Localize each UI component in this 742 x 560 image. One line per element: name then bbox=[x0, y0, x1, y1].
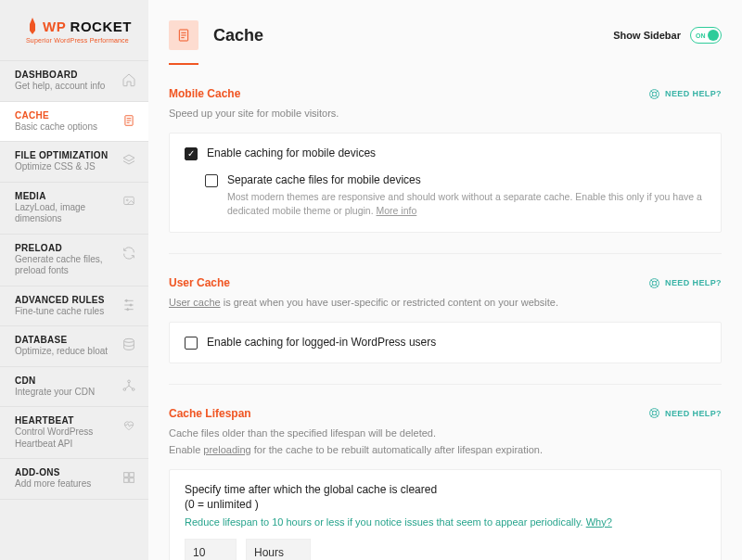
section-mobile-cache: Mobile Cache NEED HELP? Speed up your si… bbox=[169, 65, 722, 253]
logo-wp: WP bbox=[43, 19, 66, 34]
nav-item-title: DATABASE bbox=[15, 335, 108, 345]
nav-item-sub: Integrate your CDN bbox=[15, 387, 95, 399]
nav-add-ons[interactable]: ADD-ONSAdd more features bbox=[0, 459, 148, 500]
toggle-label: ON bbox=[696, 32, 706, 39]
nav-item-sub: Get help, account info bbox=[15, 81, 105, 93]
nav-item-sub: Fine-tune cache rules bbox=[15, 306, 105, 318]
enable-mobile-cache-checkbox[interactable] bbox=[185, 147, 198, 160]
nav-item-title: FILE OPTIMIZATION bbox=[15, 150, 108, 160]
nav-cdn[interactable]: CDNIntegrate your CDN bbox=[0, 367, 148, 408]
svg-point-10 bbox=[125, 299, 127, 301]
svg-point-13 bbox=[124, 338, 134, 342]
show-sidebar-toggle[interactable]: ON bbox=[690, 27, 722, 44]
section-title: Mobile Cache bbox=[169, 87, 240, 100]
nav-item-sub: Control WordPress Heartbeat API bbox=[15, 426, 121, 450]
svg-rect-17 bbox=[124, 473, 129, 477]
sliders-icon bbox=[121, 297, 137, 313]
svg-point-12 bbox=[127, 308, 129, 310]
svg-point-38 bbox=[652, 411, 656, 414]
nav-item-title: ADVANCED RULES bbox=[15, 295, 105, 305]
home-icon bbox=[121, 71, 137, 88]
help-icon bbox=[648, 88, 660, 100]
show-sidebar-label: Show Sidebar bbox=[613, 30, 681, 41]
need-help-link[interactable]: NEED HELP? bbox=[648, 407, 722, 419]
nav-advanced-rules[interactable]: ADVANCED RULESFine-tune cache rules bbox=[0, 286, 148, 327]
lifespan-desc-2: Enable preloading for the cache to be re… bbox=[169, 442, 722, 458]
lifespan-card-title-1: Specify time after which the global cach… bbox=[185, 483, 706, 496]
section-desc: User cache is great when you have user-s… bbox=[169, 295, 722, 311]
logo: WP ROCKET Superior WordPress Performance bbox=[0, 0, 148, 53]
nav-preload[interactable]: PRELOADGenerate cache files, preload fon… bbox=[0, 235, 148, 286]
separate-cache-checkbox[interactable] bbox=[205, 174, 218, 187]
image-icon bbox=[121, 193, 137, 210]
database-icon bbox=[121, 337, 137, 353]
nav-media[interactable]: MEDIALazyLoad, image dimensions bbox=[0, 183, 148, 235]
page-header: Cache Show Sidebar ON bbox=[169, 0, 722, 63]
svg-marker-4 bbox=[123, 155, 134, 161]
lifespan-card-title-2: (0 = unlimited ) bbox=[185, 498, 706, 511]
nav-item-sub: LazyLoad, image dimensions bbox=[15, 202, 121, 225]
svg-point-32 bbox=[652, 281, 656, 285]
nav-item-title: MEDIA bbox=[15, 191, 121, 201]
preloading-link[interactable]: preloading bbox=[203, 444, 250, 455]
rocket-icon bbox=[26, 17, 39, 35]
nav-database[interactable]: DATABASEOptimize, reduce bloat bbox=[0, 326, 148, 367]
need-help-link[interactable]: NEED HELP? bbox=[648, 277, 722, 289]
nav-item-title: CDN bbox=[15, 375, 95, 386]
nav-item-title: HEARTBEAT bbox=[15, 415, 121, 426]
page-icon bbox=[121, 112, 137, 129]
need-help-text: NEED HELP? bbox=[665, 278, 722, 287]
svg-rect-19 bbox=[124, 478, 129, 483]
nav-item-title: ADD-ONS bbox=[15, 467, 91, 477]
lifespan-unit-select[interactable]: Hours bbox=[246, 539, 311, 561]
need-help-text: NEED HELP? bbox=[665, 89, 722, 98]
page-title: Cache bbox=[213, 26, 263, 45]
enable-user-cache-checkbox[interactable] bbox=[185, 337, 198, 350]
section-user-cache: User Cache NEED HELP? User cache is grea… bbox=[169, 253, 722, 384]
why-link[interactable]: Why? bbox=[586, 516, 612, 528]
lifespan-hint: Reduce lifespan to 10 hours or less if y… bbox=[185, 516, 706, 528]
separate-cache-label: Separate cache files for mobile devices bbox=[227, 173, 706, 186]
enable-mobile-cache-label: Enable caching for mobile devices bbox=[207, 146, 376, 159]
svg-point-11 bbox=[130, 304, 132, 306]
nav-item-sub: Optimize CSS & JS bbox=[15, 161, 108, 173]
nav-cache[interactable]: CACHEBasic cache options bbox=[0, 102, 148, 143]
nav-item-sub: Optimize, reduce bloat bbox=[15, 346, 108, 358]
lifespan-desc-1: Cache files older than the specified lif… bbox=[169, 426, 722, 441]
heartbeat-icon bbox=[121, 417, 137, 434]
section-desc: Speed up your site for mobile visitors. bbox=[169, 106, 722, 121]
user-cache-card: Enable caching for logged-in WordPress u… bbox=[169, 322, 722, 363]
nav-item-sub: Generate cache files, preload fonts bbox=[15, 254, 121, 277]
mobile-cache-card: Enable caching for mobile devices Separa… bbox=[169, 133, 722, 234]
nav: DASHBOARDGet help, account info CACHEBas… bbox=[0, 60, 148, 500]
logo-tagline: Superior WordPress Performance bbox=[26, 37, 134, 44]
need-help-text: NEED HELP? bbox=[665, 409, 722, 418]
nav-item-title: DASHBOARD bbox=[15, 70, 105, 80]
nav-dashboard[interactable]: DASHBOARDGet help, account info bbox=[0, 60, 148, 102]
separate-cache-desc: Most modern themes are responsive and sh… bbox=[227, 190, 706, 220]
section-title: Cache Lifespan bbox=[169, 407, 251, 420]
svg-rect-18 bbox=[130, 473, 134, 477]
svg-point-6 bbox=[126, 198, 128, 200]
help-icon bbox=[648, 277, 660, 289]
section-title: User Cache bbox=[169, 276, 230, 289]
enable-user-cache-label: Enable caching for logged-in WordPress u… bbox=[207, 336, 436, 349]
puzzle-icon bbox=[121, 469, 137, 486]
section-cache-lifespan: Cache Lifespan NEED HELP? Cache files ol… bbox=[169, 384, 722, 561]
lifespan-value-input[interactable] bbox=[185, 539, 237, 561]
nav-file-optimization[interactable]: FILE OPTIMIZATIONOptimize CSS & JS bbox=[0, 142, 148, 183]
svg-point-14 bbox=[128, 380, 131, 383]
page-header-icon bbox=[169, 20, 198, 50]
nav-heartbeat[interactable]: HEARTBEATControl WordPress Heartbeat API bbox=[0, 407, 148, 459]
user-cache-link[interactable]: User cache bbox=[169, 297, 221, 308]
nav-item-title: CACHE bbox=[15, 110, 97, 121]
help-icon bbox=[648, 407, 660, 419]
refresh-icon bbox=[121, 245, 137, 261]
need-help-link[interactable]: NEED HELP? bbox=[648, 88, 722, 100]
nav-item-sub: Add more features bbox=[15, 478, 91, 490]
sidebar: WP ROCKET Superior WordPress Performance… bbox=[0, 0, 148, 560]
main-content: Cache Show Sidebar ON Mobile Cache NEED … bbox=[148, 0, 742, 560]
more-info-link[interactable]: More info bbox=[377, 205, 417, 216]
network-icon bbox=[121, 377, 137, 394]
layers-icon bbox=[121, 152, 137, 169]
